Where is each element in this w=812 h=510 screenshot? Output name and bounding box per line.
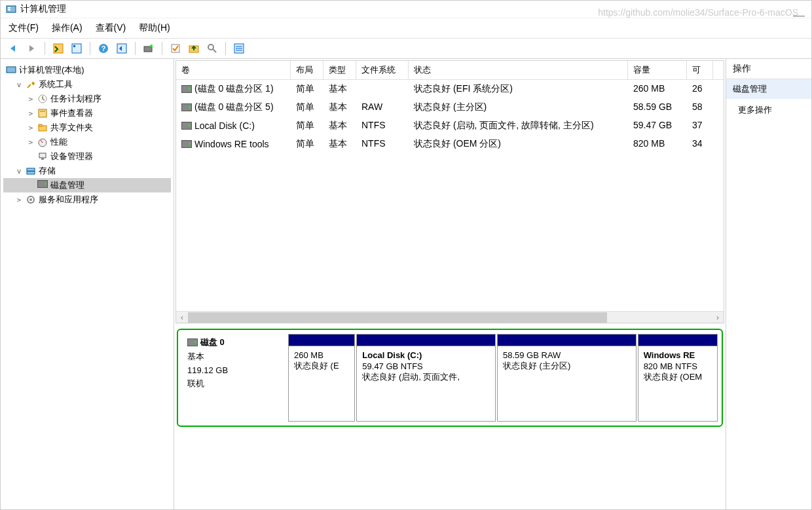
svg-rect-28: [27, 168, 35, 171]
svg-rect-9: [144, 46, 152, 52]
partition-block[interactable]: Windows RE820 MB NTFS状态良好 (OEM: [638, 334, 718, 422]
expand-icon[interactable]: >: [27, 124, 35, 132]
scroll-left-icon[interactable]: ‹: [176, 312, 188, 322]
col-type[interactable]: 类型: [323, 61, 356, 79]
volume-row[interactable]: (磁盘 0 磁盘分区 5)简单基本RAW状态良好 (主分区)58.59 GB58: [176, 98, 724, 117]
tree-storage[interactable]: v 存储: [3, 164, 171, 178]
partition-header-bar: [638, 335, 717, 346]
scroll-right-icon[interactable]: ›: [712, 312, 724, 322]
svg-point-10: [150, 45, 153, 47]
svg-point-13: [208, 45, 213, 50]
svg-text:?: ?: [101, 45, 106, 52]
disk-info[interactable]: 磁盘 0 基本 119.12 GB 联机: [182, 334, 287, 422]
menubar: 文件(F) 操作(A) 查看(V) 帮助(H): [1, 18, 811, 39]
expand-icon[interactable]: >: [27, 109, 35, 118]
forward-button[interactable]: [24, 41, 39, 56]
storage-icon: [26, 166, 36, 176]
show-hide-icon[interactable]: [51, 41, 65, 56]
menu-view[interactable]: 查看(V): [96, 22, 126, 34]
event-icon: [37, 108, 48, 118]
refresh-icon[interactable]: [115, 41, 129, 56]
col-layout[interactable]: 布局: [291, 61, 323, 79]
computer-icon: [6, 65, 16, 75]
svg-line-14: [213, 49, 216, 52]
col-volume[interactable]: 卷: [176, 61, 291, 79]
horizontal-scrollbar[interactable]: ‹ ›: [176, 311, 724, 323]
clock-icon: [37, 94, 48, 104]
partition-header-bar: [357, 335, 495, 346]
svg-point-31: [29, 198, 32, 201]
tree-disk-management[interactable]: > 磁盘管理: [3, 178, 171, 192]
disk-graphical-panel: 磁盘 0 基本 119.12 GB 联机 260 MB状态良好 (ELocal …: [177, 329, 723, 427]
svg-rect-24: [39, 124, 42, 126]
collapse-icon[interactable]: v: [15, 167, 23, 175]
folder-icon: [37, 122, 48, 133]
volume-row[interactable]: Windows RE tools简单基本NTFS状态良好 (OEM 分区)820…: [176, 135, 724, 153]
expand-icon[interactable]: >: [15, 196, 23, 204]
more-actions[interactable]: 更多操作: [726, 99, 811, 121]
volume-icon: [181, 85, 192, 93]
volume-row[interactable]: (磁盘 0 磁盘分区 1)简单基本状态良好 (EFI 系统分区)260 MB26: [176, 80, 724, 98]
actions-category[interactable]: 磁盘管理: [726, 79, 811, 99]
partition-block[interactable]: 260 MB状态良好 (E: [288, 334, 355, 422]
col-capacity[interactable]: 容量: [628, 61, 687, 79]
actions-pane: 操作 磁盘管理 更多操作: [726, 59, 811, 509]
partition-header-bar: [289, 335, 354, 346]
tree-system-tools[interactable]: v 系统工具: [3, 77, 171, 92]
svg-rect-21: [39, 109, 46, 117]
toolbar: ?: [1, 39, 811, 59]
expand-icon[interactable]: >: [27, 138, 35, 147]
actions-header: 操作: [726, 59, 811, 79]
menu-help[interactable]: 帮助(H): [139, 22, 170, 34]
services-icon: [26, 194, 36, 205]
tree-device-manager[interactable]: > 设备管理器: [3, 149, 171, 164]
menu-file[interactable]: 文件(F): [9, 22, 39, 34]
tree-services[interactable]: > 服务和应用程序: [3, 192, 171, 207]
svg-rect-19: [7, 67, 16, 73]
tree-root[interactable]: 计算机管理(本地): [3, 63, 171, 77]
gauge-icon: [37, 137, 48, 147]
svg-rect-29: [27, 172, 35, 174]
collapse-icon[interactable]: v: [15, 81, 23, 89]
list-icon[interactable]: [232, 41, 246, 56]
col-filesystem[interactable]: 文件系统: [356, 61, 409, 79]
folder-up-icon[interactable]: [187, 41, 201, 56]
app-icon: [6, 4, 16, 14]
nav-tree: 计算机管理(本地) v 系统工具 > 任务计划程序 > 事件查看器 > 共享文件…: [1, 59, 174, 509]
volume-header-row: 卷 布局 类型 文件系统 状态 容量 可: [176, 61, 724, 80]
volume-icon: [181, 103, 192, 111]
minimize-button[interactable]: —: [793, 9, 805, 22]
watermark: https://github.com/molie34/Surface-Pro-6…: [598, 7, 798, 18]
svg-rect-26: [39, 153, 46, 158]
window-title: 计算机管理: [20, 3, 66, 15]
partition-block[interactable]: 58.59 GB RAW状态良好 (主分区): [497, 334, 637, 422]
search-icon[interactable]: [205, 41, 219, 56]
properties-icon[interactable]: [69, 41, 84, 56]
volume-icon: [181, 122, 192, 130]
volume-row[interactable]: Local Disk (C:)简单基本NTFS状态良好 (启动, 页面文件, 故…: [176, 117, 724, 135]
tools-icon: [26, 79, 36, 90]
disk-icon: [187, 338, 198, 346]
expand-icon[interactable]: >: [27, 95, 35, 103]
scan-icon[interactable]: [141, 41, 156, 56]
tree-scheduler[interactable]: > 任务计划程序: [3, 92, 171, 106]
col-status[interactable]: 状态: [409, 61, 628, 79]
svg-rect-27: [41, 158, 44, 160]
device-icon: [37, 151, 48, 162]
tree-event-viewer[interactable]: > 事件查看器: [3, 106, 171, 120]
menu-action[interactable]: 操作(A): [52, 22, 83, 34]
volume-icon: [181, 140, 192, 148]
partition-block[interactable]: Local Disk (C:)59.47 GB NTFS状态良好 (启动, 页面…: [356, 334, 496, 422]
svg-rect-1: [8, 7, 10, 9]
partition-header-bar: [498, 335, 636, 346]
tree-performance[interactable]: > 性能: [3, 135, 171, 149]
tree-shared-folders[interactable]: > 共享文件夹: [3, 120, 171, 135]
help-icon[interactable]: ?: [96, 41, 111, 56]
back-button[interactable]: [6, 41, 20, 56]
svg-rect-2: [8, 9, 10, 10]
col-available[interactable]: 可: [687, 61, 713, 79]
disk-icon: [37, 180, 48, 191]
svg-rect-5: [73, 45, 75, 47]
check-icon[interactable]: [168, 41, 183, 56]
